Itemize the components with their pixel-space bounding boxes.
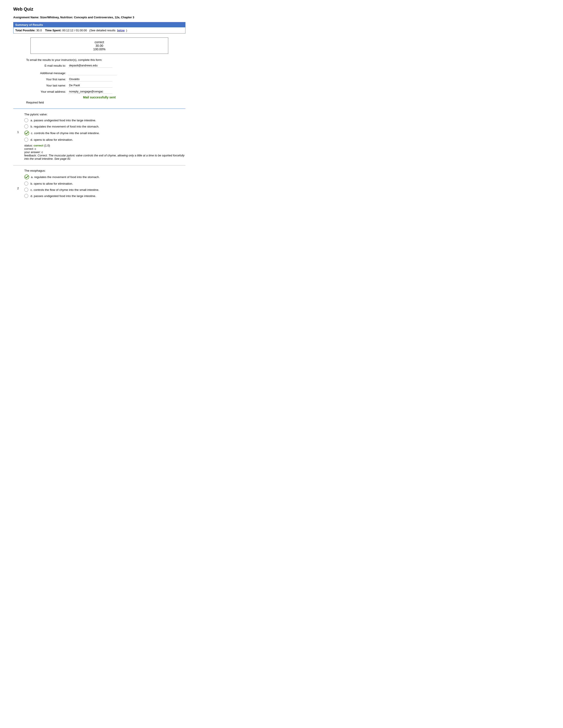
question-1-option-d-text: d. opens to allow for elimination. (30, 138, 73, 141)
additional-message-label: Additional message: (26, 71, 66, 75)
radio-b (24, 124, 28, 128)
summary-box: Summary of Results Total Possible: 30.0 … (13, 22, 185, 34)
email-to-value: depaoli@andrews.edu (68, 63, 112, 68)
results-table: correct 30.00 100.00% (30, 38, 168, 54)
question-2-option-a-text: a. regulates the movement of food into t… (31, 175, 100, 179)
question-1-option-b: b. regulates the movement of food into t… (13, 124, 185, 128)
question-1-block: The pyloric valve: a. passes undigested … (13, 113, 185, 160)
correct-label: correct: (24, 147, 34, 150)
question-1-option-c-text: c. controls the flow of chyme into the s… (31, 131, 100, 135)
status-score: (1.0) (44, 144, 50, 147)
required-field: Required field (26, 101, 173, 104)
email-intro: To email the results to your instructor(… (26, 58, 173, 62)
question-2-option-b: b. opens to allow for elimination. (13, 182, 185, 186)
radio-2c (24, 188, 28, 192)
question-2-block: The esophagus: a. regulates the movement… (13, 169, 185, 198)
assignment-name-row: Assignment Name: Sizer/Whitney, Nutritio… (13, 16, 185, 19)
question-2-option-d-text: d. passes undigested food into the large… (30, 194, 96, 198)
summary-header: Summary of Results (13, 22, 185, 27)
assignment-label: Assignment Name: (13, 16, 39, 19)
question-2-option-c: c. controls the flow of chyme into the s… (13, 188, 185, 192)
last-name-label: Your last name: (26, 84, 66, 87)
below-link[interactable]: below (117, 29, 124, 32)
email-address-label: Your email address: (26, 90, 66, 93)
question-1-option-b-text: b. regulates the movement of food into t… (30, 125, 99, 128)
question-2-text: The esophagus: (13, 169, 185, 172)
total-possible-value: 30.0 (36, 29, 42, 32)
time-spent-label: Time Spent: (45, 29, 61, 32)
question-1-number: 1 (17, 130, 19, 134)
email-to-row: E-mail results to: depaoli@andrews.edu (26, 63, 173, 68)
close-paren: ) (126, 29, 127, 32)
email-section: To email the results to your instructor(… (26, 58, 173, 104)
question-2-option-c-text: c. controls the flow of chyme into the s… (30, 188, 99, 191)
first-name-value: Osvaldo (68, 77, 112, 81)
time-spent-value: 00:12:12 / 01:00:00 (62, 29, 87, 32)
feedback-label: feedback: (24, 154, 37, 157)
page-title: Web Quiz (13, 7, 185, 12)
radio-a (24, 118, 28, 122)
question-2-option-b-text: b. opens to allow for elimination. (30, 182, 73, 185)
status-correct: correct (34, 144, 43, 147)
first-name-label: Your first name: (26, 78, 66, 81)
results-percent: 100.00% (33, 47, 165, 51)
total-possible-label: Total Possible: (15, 29, 36, 32)
your-answer-label: your answer: (24, 150, 41, 154)
status-label: status: (24, 144, 33, 147)
correct-value: c (35, 147, 36, 150)
question-2-option-d: d. passes undigested food into the large… (13, 194, 185, 198)
question-1-text: The pyloric valve: (13, 113, 185, 116)
last-name-row: Your last name: De Paoli (26, 83, 173, 88)
check-icon (24, 131, 29, 135)
assignment-value: Sizer/Whitney, Nutrition: Concepts and C… (40, 16, 134, 19)
question-1-option-a-text: a. passes undigested food into the large… (30, 119, 96, 122)
see-detailed-text: (See detailed results (89, 29, 116, 32)
question-1-status: status: correct (1.0) correct: c your an… (13, 144, 185, 160)
summary-body: Total Possible: 30.0 Time Spent: 00:12:1… (13, 27, 185, 33)
question-2-number: 2 (17, 187, 19, 190)
mail-success: Mail successfully sent (26, 96, 173, 99)
radio-d (24, 138, 28, 142)
last-name-value: De Paoli (68, 83, 112, 88)
question-1-option-d: d. opens to allow for elimination. (13, 138, 185, 142)
email-address-value: noreply_cengage@cengac (68, 89, 112, 94)
additional-message-row: Additional message: (26, 71, 173, 75)
additional-message-value (68, 71, 117, 75)
email-to-label: E-mail results to: (26, 64, 66, 67)
feedback-text: Correct. The muscular pyloric valve cont… (24, 154, 184, 160)
results-col1: correct (33, 40, 165, 44)
radio-2b (24, 182, 28, 186)
email-address-row: Your email address: noreply_cengage@ceng… (26, 89, 173, 94)
your-answer-value: c (41, 150, 43, 154)
results-score: 30.00 (33, 44, 165, 47)
check-icon-2a (24, 174, 29, 179)
radio-2d (24, 194, 28, 198)
question-1-option-a: a. passes undigested food into the large… (13, 118, 185, 122)
question-1-option-c: c. controls the flow of chyme into the s… (13, 131, 185, 135)
first-name-row: Your first name: Osvaldo (26, 77, 173, 81)
question-2-option-a: a. regulates the movement of food into t… (13, 174, 185, 179)
